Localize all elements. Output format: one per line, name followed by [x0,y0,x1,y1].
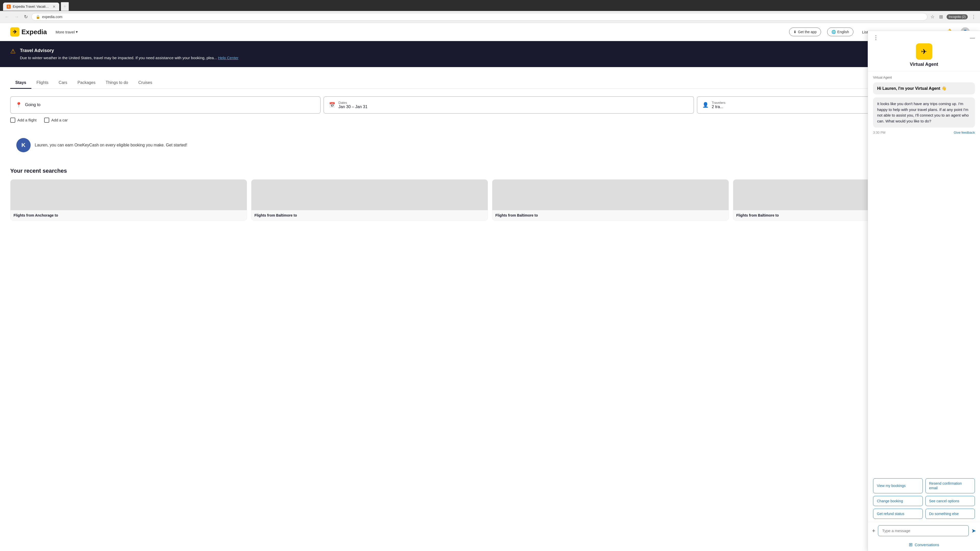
virtual-agent-icon: ✈ [916,43,932,60]
logo-text: Expedia [21,28,47,36]
address-bar[interactable]: 🔒 expedia.com [32,13,928,21]
quick-view-bookings[interactable]: View my bookings [873,478,923,493]
extensions-button[interactable]: ⊞ [938,13,944,21]
calendar-icon: 📅 [329,102,335,108]
get-app-label: Get the app [798,30,817,34]
add-car-checkbox[interactable]: Add a car [44,118,68,123]
dates-label: Dates [339,101,368,105]
add-flight-label: Add a flight [18,118,37,122]
recent-card-label-2: Flights from Baltimore to [492,210,729,221]
destination-text: Going to [25,103,40,107]
active-tab[interactable]: E Expedia Travel: Vacation Home... ✕ [3,3,59,11]
toolbar-actions: ☆ ⊞ Incognito (2) ⋮ [929,13,977,21]
conversations-label: Conversations [915,543,939,547]
chat-conversations-link[interactable]: ⊞ Conversations [868,539,980,551]
back-button[interactable]: ← [3,13,11,21]
logo-icon: ✈ [10,27,19,37]
incognito-badge: Incognito (2) [947,14,968,19]
advisory-banner: ⚠ Travel Advisory Due to winter weather … [0,41,980,67]
location-icon: 📍 [16,102,22,108]
chat-attach-button[interactable]: + [872,527,875,534]
more-travel-label: More travel [56,30,75,34]
agent-name: Virtual Agent [910,62,938,67]
advisory-title: Travel Advisory [20,47,239,54]
recent-searches-title: Your recent searches [10,168,970,174]
forward-button[interactable]: → [13,13,21,21]
dates-content: Dates Jan 30 – Jan 31 [339,101,368,109]
recent-card-image-1 [251,179,488,210]
add-flight-checkbox[interactable]: Add a flight [10,118,37,123]
tab-stays[interactable]: Stays [10,77,32,89]
chat-meta: 3:30 PM Give feedback [873,130,975,135]
browser-toolbar: ← → ↻ 🔒 expedia.com ☆ ⊞ Incognito (2) ⋮ [0,11,980,23]
more-travel-button[interactable]: More travel ▾ [53,28,80,36]
chevron-down-icon: ▾ [76,30,78,34]
recent-card-0[interactable]: Flights from Anchorage to [10,179,247,221]
menu-button[interactable]: ⋮ [970,13,977,21]
language-button[interactable]: 🌐 English [827,27,853,36]
travelers-label: Travelers [712,101,725,105]
agent-logo-icon: ✈ [921,48,927,56]
lock-icon: 🔒 [36,15,40,19]
going-to-label: Going to [25,103,40,107]
dates-value: Jan 30 – Jan 31 [339,105,368,109]
close-tab-button[interactable]: ✕ [52,5,56,9]
chat-messages[interactable]: Virtual Agent Hi Lauren, I'm your Virtua… [868,71,980,475]
chat-message-bubble: It looks like you don't have any trips c… [873,97,975,127]
logo[interactable]: ✈ Expedia [10,27,47,37]
onekey-banner: K Lauren, you can earn OneKeyCash on eve… [10,133,970,157]
help-center-link[interactable]: Help Center [218,56,239,60]
tab-packages[interactable]: Packages [73,77,100,89]
search-inputs: 📍 Going to 📅 Dates Jan 30 – Jan 31 👤 Tra… [10,97,970,114]
site-header: ✈ Expedia More travel ▾ ⬇ Get the app 🌐 … [0,23,980,41]
chat-options-button[interactable]: ⋮ [873,35,879,41]
warning-icon: ⚠ [10,48,16,55]
travelers-icon: 👤 [702,102,709,108]
new-tab-button[interactable]: + [61,2,69,11]
chat-agent-info: ✈ Virtual Agent [868,41,980,71]
tab-cruises[interactable]: Cruises [133,77,157,89]
quick-cancel-options[interactable]: See cancel options [925,496,975,506]
quick-resend-email[interactable]: Resend confirmation email [925,478,975,493]
chat-header: ⋮ — [868,31,980,41]
recent-card-label-1: Flights from Baltimore to [251,210,488,221]
quick-something-else[interactable]: Do something else [925,509,975,519]
chat-message-input[interactable] [878,525,969,536]
destination-field[interactable]: 📍 Going to [10,97,321,114]
chat-panel: ⋮ — ✈ Virtual Agent Virtual Agent Hi Lau… [868,30,980,551]
tab-cars[interactable]: Cars [54,77,73,89]
search-tabs: Stays Flights Cars Packages Things to do… [10,77,970,89]
advisory-text: Due to winter weather in the United Stat… [20,56,217,60]
tab-things-to-do[interactable]: Things to do [100,77,133,89]
recent-cards: Flights from Anchorage to Flights from B… [10,179,970,221]
download-icon: ⬇ [794,30,797,34]
globe-icon: 🌐 [832,30,836,34]
recent-card-image-0 [11,179,247,210]
recent-card-label-0: Flights from Anchorage to [11,210,247,221]
travelers-content: Travelers 2 tra... [712,101,725,109]
add-car-label: Add a car [51,118,68,122]
chat-source-label: Virtual Agent [873,76,975,79]
bookmark-button[interactable]: ☆ [929,13,935,21]
refresh-button[interactable]: ↻ [22,13,29,21]
recent-card-1[interactable]: Flights from Baltimore to [251,179,488,221]
recent-card-image-2 [492,179,729,210]
onekey-text: Lauren, you can earn OneKeyCash on every… [35,143,187,148]
chat-minimize-button[interactable]: — [970,35,975,41]
chat-send-button[interactable]: ➤ [971,527,976,534]
quick-change-booking[interactable]: Change booking [873,496,923,506]
advisory-content: Travel Advisory Due to winter weather in… [20,47,239,61]
browser-chrome: E Expedia Travel: Vacation Home... ✕ + [0,0,980,11]
recent-searches-section: Your recent searches Flights from Anchor… [0,162,980,226]
tab-title: Expedia Travel: Vacation Home... [13,5,49,8]
get-app-button[interactable]: ⬇ Get the app [789,27,821,36]
recent-card-2[interactable]: Flights from Baltimore to [492,179,729,221]
chat-timestamp: 3:30 PM [873,130,885,135]
chat-input-area: + ➤ [868,522,980,539]
give-feedback-link[interactable]: Give feedback [954,130,975,135]
conversations-icon: ⊞ [909,542,913,548]
tab-flights[interactable]: Flights [32,77,54,89]
dates-field[interactable]: 📅 Dates Jan 30 – Jan 31 [324,97,694,114]
quick-refund-status[interactable]: Get refund status [873,509,923,519]
onekey-avatar: K [16,138,30,152]
